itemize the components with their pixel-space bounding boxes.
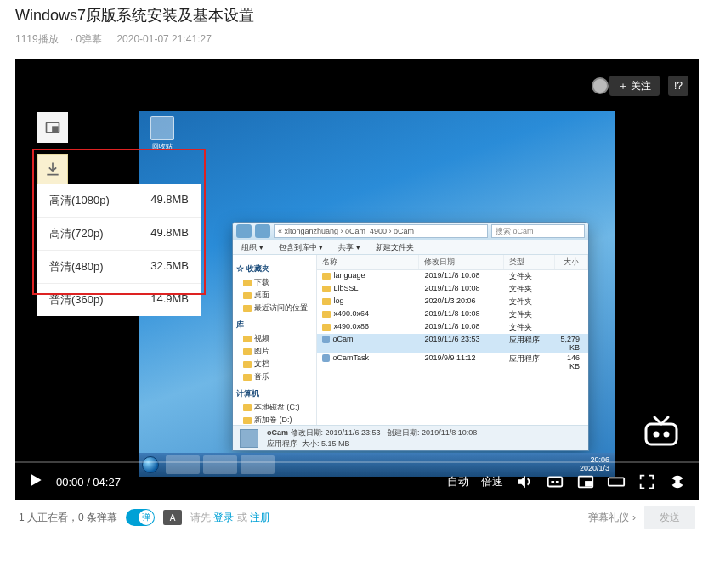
danmaku-toggle[interactable] xyxy=(126,509,155,526)
explorer-status-bar: oCam 修改日期: 2019/11/6 23:53 创建日期: 2019/11… xyxy=(233,425,588,450)
page-title: Windows7原版系统安装及基本设置 xyxy=(15,0,699,25)
follow-button[interactable]: ＋ 关注 xyxy=(609,76,660,96)
time-display: 00:00 / 04:27 xyxy=(56,476,121,489)
video-player[interactable]: 回收站 « xitonganzhuang › oCam_4900 › oCam … xyxy=(15,59,699,500)
danmaku-settings-button[interactable]: A xyxy=(163,510,182,525)
quality-option-720p[interactable]: 高清(720p)49.8MB xyxy=(37,218,201,251)
quality-option-360p[interactable]: 普清(360p)14.9MB xyxy=(37,284,201,316)
play-count: 1119播放 xyxy=(15,33,59,45)
pip-icon xyxy=(44,119,61,136)
recycle-bin-icon: 回收站 xyxy=(145,116,179,151)
danmaku-etiquette-link[interactable]: 弹幕礼仪› xyxy=(588,511,636,525)
svg-point-3 xyxy=(654,433,658,436)
forward-button xyxy=(255,224,270,238)
file-list: 名称 修改日期 类型 大小 language2019/11/8 10:08文件夹… xyxy=(317,255,588,425)
widescreen-icon xyxy=(607,472,626,491)
login-link[interactable]: 登录 xyxy=(213,512,234,523)
explorer-toolbar: 组织 ▾ 包含到库中 ▾ 共享 ▾ 新建文件夹 xyxy=(233,240,588,255)
address-bar: « xitonganzhuang › oCam_4900 › oCam xyxy=(274,224,488,238)
pip-control-button[interactable] xyxy=(576,472,595,491)
svg-point-4 xyxy=(665,433,668,436)
pip-small-icon xyxy=(576,472,595,491)
fullscreen-icon xyxy=(638,472,656,491)
subtitle-icon xyxy=(546,472,564,491)
uploader-avatar[interactable] xyxy=(592,77,609,94)
misc-button[interactable] xyxy=(668,472,687,491)
widescreen-button[interactable] xyxy=(607,472,626,491)
subtitle-button[interactable] xyxy=(546,472,564,491)
svg-rect-8 xyxy=(609,478,624,485)
register-link[interactable]: 注册 xyxy=(250,512,270,523)
player-controls: 00:00 / 04:27 自动 倍速 xyxy=(15,463,699,500)
svg-rect-5 xyxy=(548,478,563,487)
download-icon xyxy=(44,161,61,178)
svg-rect-1 xyxy=(53,127,58,131)
play-icon xyxy=(27,472,44,489)
help-button[interactable]: !? xyxy=(668,76,688,96)
watching-count: 1 人正在看，0 条弹幕 xyxy=(19,511,117,525)
chevron-right-icon: › xyxy=(632,512,636,523)
danmaku-count: 0弹幕 xyxy=(76,33,102,45)
quality-option-1080p[interactable]: 高清(1080p)49.8MB xyxy=(37,184,201,218)
explorer-window: « xitonganzhuang › oCam_4900 › oCam 搜索 o… xyxy=(232,222,589,451)
video-frame-desktop: 回收站 « xitonganzhuang › oCam_4900 › oCam … xyxy=(139,111,615,477)
volume-button[interactable] xyxy=(515,472,534,491)
download-quality-menu: 高清(1080p)49.8MB 高清(720p)49.8MB 普清(480p)3… xyxy=(37,184,201,316)
speed-selector[interactable]: 倍速 xyxy=(481,474,503,489)
search-box: 搜索 oCam xyxy=(491,224,585,238)
quality-option-480p[interactable]: 普清(480p)32.5MB xyxy=(37,251,201,284)
fullscreen-button[interactable] xyxy=(638,472,656,491)
back-button xyxy=(236,224,252,238)
radiation-icon xyxy=(668,472,687,491)
download-button[interactable] xyxy=(37,154,68,184)
publish-date: 2020-01-07 21:41:27 xyxy=(116,33,211,45)
explorer-nav-pane: ☆ 收藏夹 下载 桌面 最近访问的位置 库 视频 图片 文档 音乐 计算机 本地… xyxy=(233,255,317,425)
svg-rect-7 xyxy=(586,482,591,486)
danmaku-input-placeholder[interactable]: 请先 登录 或 注册 xyxy=(190,511,270,525)
pip-button[interactable] xyxy=(37,112,68,143)
play-button[interactable] xyxy=(27,472,44,492)
svg-rect-2 xyxy=(646,424,677,444)
video-meta: 1119播放· 0弹幕 2020-01-07 21:41:27 xyxy=(15,25,699,59)
volume-icon xyxy=(515,472,534,491)
send-button[interactable]: 发送 xyxy=(644,506,695,529)
danmaku-bar: 1 人正在看，0 条弹幕 A 请先 登录 或 注册 弹幕礼仪› 发送 xyxy=(15,500,699,534)
logo-icon xyxy=(641,414,682,448)
quality-selector[interactable]: 自动 xyxy=(447,474,469,489)
